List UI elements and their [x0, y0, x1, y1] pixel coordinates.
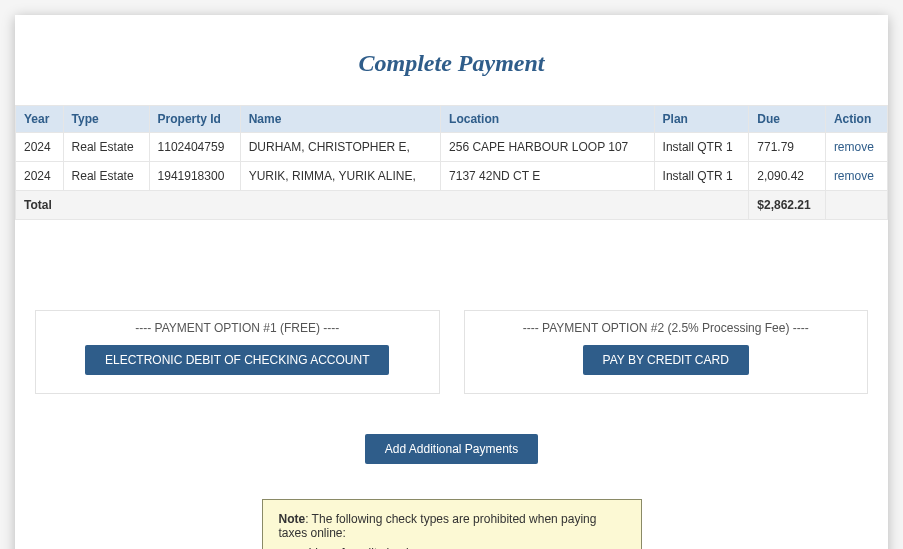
total-label: Total [16, 191, 749, 220]
payment-options-row: ---- PAYMENT OPTION #1 (FREE) ---- ELECT… [35, 310, 868, 394]
payments-table: Year Type Property Id Name Location Plan… [15, 105, 888, 220]
col-action: Action [825, 106, 887, 133]
cell-name: YURIK, RIMMA, YURIK ALINE, [240, 162, 440, 191]
cell-plan: Install QTR 1 [654, 162, 749, 191]
cell-property-id: 1941918300 [149, 162, 240, 191]
cell-year: 2024 [16, 162, 64, 191]
cell-action: remove [825, 162, 887, 191]
option1-title: ---- PAYMENT OPTION #1 (FREE) ---- [48, 321, 427, 335]
cell-year: 2024 [16, 133, 64, 162]
electronic-debit-button[interactable]: ELECTRONIC DEBIT OF CHECKING ACCOUNT [85, 345, 389, 375]
pay-by-credit-card-button[interactable]: PAY BY CREDIT CARD [583, 345, 749, 375]
cell-location: 256 CAPE HARBOUR LOOP 107 [441, 133, 655, 162]
cell-name: DURHAM, CHRISTOPHER E, [240, 133, 440, 162]
table-row: 2024 Real Estate 1102404759 DURHAM, CHRI… [16, 133, 888, 162]
table-header-row: Year Type Property Id Name Location Plan… [16, 106, 888, 133]
note-box: Note: The following check types are proh… [262, 499, 642, 549]
add-additional-payments-button[interactable]: Add Additional Payments [365, 434, 538, 464]
col-year: Year [16, 106, 64, 133]
cell-property-id: 1102404759 [149, 133, 240, 162]
page-wrapper: Complete Payment Year Type Property Id N… [15, 15, 888, 549]
cell-due: 2,090.42 [749, 162, 826, 191]
total-action-empty [825, 191, 887, 220]
total-value: $2,862.21 [749, 191, 826, 220]
remove-link[interactable]: remove [834, 140, 874, 154]
col-due: Due [749, 106, 826, 133]
cell-type: Real Estate [63, 162, 149, 191]
option2-title: ---- PAYMENT OPTION #2 (2.5% Processing … [477, 321, 856, 335]
table-row: 2024 Real Estate 1941918300 YURIK, RIMMA… [16, 162, 888, 191]
add-payments-wrap: Add Additional Payments [15, 434, 888, 464]
cell-type: Real Estate [63, 133, 149, 162]
col-location: Location [441, 106, 655, 133]
page-title: Complete Payment [15, 50, 888, 77]
col-property-id: Property Id [149, 106, 240, 133]
note-intro: : The following check types are prohibit… [279, 512, 597, 540]
cell-action: remove [825, 133, 887, 162]
cell-location: 7137 42ND CT E [441, 162, 655, 191]
payment-option-1: ---- PAYMENT OPTION #1 (FREE) ---- ELECT… [35, 310, 440, 394]
cell-plan: Install QTR 1 [654, 133, 749, 162]
remove-link[interactable]: remove [834, 169, 874, 183]
col-type: Type [63, 106, 149, 133]
payment-option-2: ---- PAYMENT OPTION #2 (2.5% Processing … [464, 310, 869, 394]
cell-due: 771.79 [749, 133, 826, 162]
col-name: Name [240, 106, 440, 133]
col-plan: Plan [654, 106, 749, 133]
table-total-row: Total $2,862.21 [16, 191, 888, 220]
note-label: Note [279, 512, 306, 526]
